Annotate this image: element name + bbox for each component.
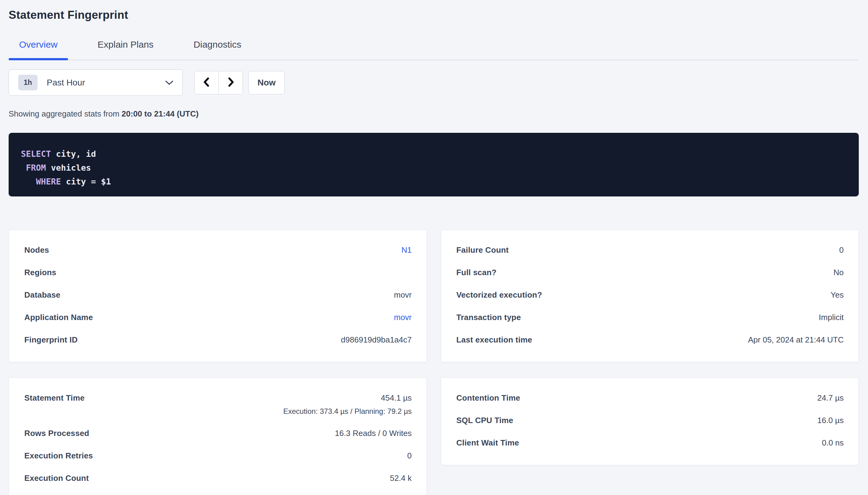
- transaction-type-value: Implicit: [819, 313, 844, 322]
- table-row: Full scan? No: [457, 268, 844, 277]
- statement-timing-card: Statement Time 454.1 µs Execution: 373.4…: [9, 378, 427, 495]
- caret-right-icon: [226, 76, 235, 89]
- table-row: Execution Retries 0: [24, 451, 412, 461]
- time-range-label: Past Hour: [47, 78, 85, 88]
- page-root: Statement Fingerprint Overview Explain P…: [0, 0, 868, 495]
- statement-time-values: 454.1 µs Execution: 373.4 µs / Planning:…: [283, 393, 411, 416]
- page-title: Statement Fingerprint: [9, 8, 859, 22]
- execution-count-value: 52.4 k: [390, 474, 412, 483]
- row-label-fingerprint-id: Fingerprint ID: [24, 335, 78, 345]
- tab-overview[interactable]: Overview: [9, 39, 68, 59]
- sql-keyword: FROM: [26, 163, 46, 172]
- time-picker-row: 1h Past Hour: [9, 69, 859, 96]
- tab-bar: Overview Explain Plans Diagnostics: [9, 39, 859, 60]
- caret-left-icon: [202, 76, 211, 89]
- time-interval-badge: 1h: [18, 75, 37, 90]
- table-row: Nodes N1: [24, 245, 412, 255]
- chevron-down-icon: [165, 80, 174, 85]
- time-range-select[interactable]: 1h Past Hour: [9, 69, 182, 96]
- previous-time-button[interactable]: [195, 71, 218, 94]
- row-label-database: Database: [24, 290, 60, 300]
- table-row: Database movr: [24, 290, 412, 300]
- row-label-regions: Regions: [24, 268, 56, 277]
- table-row: Vectorized execution? Yes: [457, 290, 844, 300]
- row-label-sql-cpu-time: SQL CPU Time: [457, 416, 513, 425]
- sql-line: WHERE city = $1: [21, 175, 847, 188]
- row-label-execution-count: Execution Count: [24, 474, 89, 483]
- now-button[interactable]: Now: [248, 71, 285, 95]
- failure-count-value: 0: [839, 245, 844, 255]
- execution-retries-value: 0: [407, 451, 411, 461]
- table-row: Failure Count 0: [457, 245, 844, 255]
- sql-statement-box: SELECT city, id FROM vehicles WHERE city…: [9, 133, 859, 197]
- full-scan-value: No: [834, 268, 844, 277]
- table-row: Contention Time 24.7 µs: [457, 393, 844, 403]
- table-row: Regions: [24, 268, 412, 277]
- tab-explain-plans[interactable]: Explain Plans: [87, 39, 164, 59]
- table-row: Execution Count 52.4 k: [24, 474, 412, 483]
- row-label-nodes: Nodes: [24, 245, 49, 255]
- aggregated-stats-caption: Showing aggregated stats from 20:00 to 2…: [9, 109, 859, 119]
- table-row: Fingerprint ID d986919d9ba1a4c7: [24, 335, 412, 345]
- sql-cpu-time-value: 16.0 µs: [817, 416, 844, 425]
- table-row: Transaction type Implicit: [457, 313, 844, 322]
- table-row: Client Wait Time 0.0 ns: [457, 438, 844, 448]
- sql-line: FROM vehicles: [21, 161, 847, 175]
- next-time-button[interactable]: [218, 71, 243, 94]
- statement-time-breakdown: Execution: 373.4 µs / Planning: 79.2 µs: [283, 407, 411, 416]
- row-label-statement-time: Statement Time: [24, 393, 85, 403]
- row-label-client-wait-time: Client Wait Time: [457, 438, 519, 448]
- rows-processed-value: 16.3 Reads / 0 Writes: [335, 429, 412, 438]
- row-label-vectorized-execution: Vectorized execution?: [457, 290, 542, 300]
- sql-line: SELECT city, id: [21, 147, 847, 161]
- row-label-execution-retries: Execution Retries: [24, 451, 93, 461]
- sql-keyword: SELECT: [21, 149, 51, 159]
- last-execution-time-value: Apr 05, 2024 at 21:44 UTC: [748, 335, 844, 345]
- caption-time-range: 20:00 to 21:44 (UTC): [121, 109, 198, 118]
- table-row: SQL CPU Time 16.0 µs: [457, 416, 844, 425]
- sql-text: city, id: [51, 149, 96, 159]
- vectorized-execution-value: Yes: [831, 290, 844, 300]
- stats-cards-grid: Nodes N1 Regions Database movr Applicati…: [9, 230, 859, 495]
- caption-prefix: Showing aggregated stats from: [9, 109, 121, 118]
- table-row: Application Name movr: [24, 313, 412, 322]
- row-label-application-name: Application Name: [24, 313, 93, 322]
- row-label-rows-processed: Rows Processed: [24, 429, 89, 438]
- fingerprint-id-value: d986919d9ba1a4c7: [341, 335, 412, 345]
- time-step-buttons: [194, 71, 243, 95]
- row-label-last-execution-time: Last execution time: [457, 335, 533, 345]
- row-label-failure-count: Failure Count: [457, 245, 509, 255]
- statement-details-card: Nodes N1 Regions Database movr Applicati…: [9, 230, 427, 362]
- database-value: movr: [394, 290, 412, 300]
- nodes-link[interactable]: N1: [402, 245, 411, 255]
- table-row: Rows Processed 16.3 Reads / 0 Writes: [24, 429, 412, 438]
- client-wait-time-value: 0.0 ns: [822, 438, 844, 448]
- row-label-contention-time: Contention Time: [457, 393, 521, 403]
- statement-time-value: 454.1 µs: [381, 393, 411, 403]
- sql-text: vehicles: [46, 163, 91, 172]
- row-label-full-scan: Full scan?: [457, 268, 497, 277]
- row-label-transaction-type: Transaction type: [457, 313, 521, 322]
- wait-time-card: Contention Time 24.7 µs SQL CPU Time 16.…: [441, 378, 859, 465]
- sql-text: city = $1: [61, 177, 111, 186]
- table-row: Last execution time Apr 05, 2024 at 21:4…: [457, 335, 844, 345]
- application-name-link[interactable]: movr: [394, 313, 412, 322]
- table-row: Statement Time 454.1 µs Execution: 373.4…: [24, 393, 412, 416]
- execution-attributes-card: Failure Count 0 Full scan? No Vectorized…: [441, 230, 859, 362]
- tab-diagnostics[interactable]: Diagnostics: [183, 39, 252, 59]
- contention-time-value: 24.7 µs: [817, 393, 844, 403]
- sql-keyword: WHERE: [36, 177, 61, 186]
